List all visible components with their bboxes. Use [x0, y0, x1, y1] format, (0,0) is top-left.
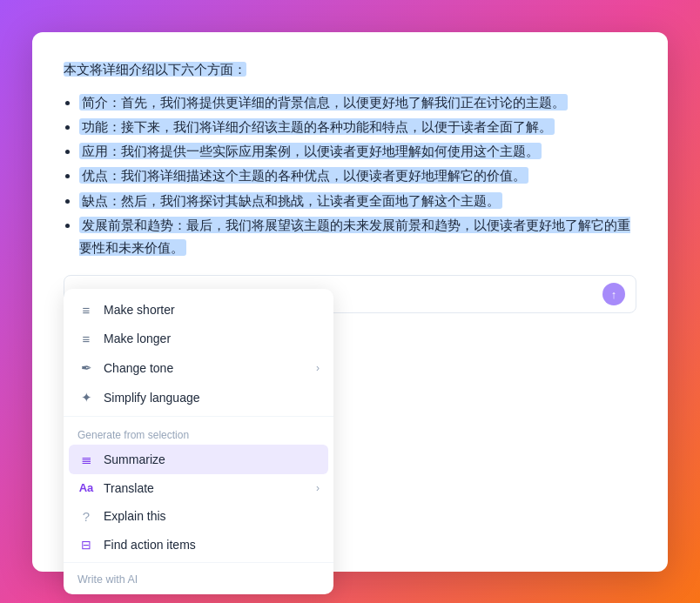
summarize-icon: ≣ — [77, 452, 95, 467]
action-items-icon: ⊟ — [77, 538, 95, 552]
menu-item-find-action-items[interactable]: ⊟ Find action items — [64, 531, 333, 559]
menu-footer-label: Write with AI — [64, 566, 333, 587]
menu-label-find-action: Find action items — [104, 538, 196, 552]
menu-label-summarize: Summarize — [104, 452, 165, 466]
ai-send-button[interactable]: ↑ — [602, 283, 625, 305]
context-menu: ≡ Make shorter ≡ Make longer ✒ Change to… — [64, 289, 333, 594]
simplify-icon: ✦ — [77, 390, 95, 405]
tone-icon: ✒ — [77, 360, 95, 376]
menu-item-summarize[interactable]: ≣ Summarize — [69, 445, 328, 474]
menu-label-translate: Translate — [104, 481, 154, 495]
bullet-item-2: 应用：我们将提供一些实际应用案例，以便读者更好地理解如何使用这个主题。 — [79, 140, 636, 163]
bullet-item-5: 发展前景和趋势：最后，我们将展望该主题的未来发展前景和趋势，以便读者更好地了解它… — [79, 214, 636, 260]
menu-item-translate[interactable]: Aa Translate › — [64, 474, 333, 502]
heading-line: 本文将详细介绍以下六个方面： — [64, 57, 636, 83]
menu-item-change-tone[interactable]: ✒ Change tone › — [64, 353, 333, 383]
bullet-item-4: 缺点：然后，我们将探讨其缺点和挑战，让读者更全面地了解这个主题。 — [79, 190, 636, 212]
send-icon: ↑ — [611, 288, 617, 301]
bullet-item-0: 简介：首先，我们将提供更详细的背景信息，以便更好地了解我们正在讨论的主题。 — [79, 91, 636, 114]
editor-container: 本文将详细介绍以下六个方面： 简介：首先，我们将提供更详细的背景信息，以便更好地… — [32, 32, 668, 572]
explain-icon: ? — [77, 509, 95, 524]
menu-item-explain-this[interactable]: ? Explain this — [64, 502, 333, 531]
content-area: 本文将详细介绍以下六个方面： 简介：首先，我们将提供更详细的背景信息，以便更好地… — [64, 57, 636, 260]
menu-label-make-shorter: Make shorter — [104, 303, 175, 317]
menu-label-make-longer: Make longer — [104, 332, 171, 345]
menu-item-make-shorter[interactable]: ≡ Make shorter — [64, 296, 333, 325]
shorter-icon: ≡ — [77, 303, 95, 318]
bullet-item-3: 优点：我们将详细描述这个主题的各种优点，以便读者更好地理解它的价值。 — [79, 164, 636, 187]
menu-divider — [64, 416, 333, 417]
bullet-list: 简介：首先，我们将提供更详细的背景信息，以便更好地了解我们正在讨论的主题。功能：… — [79, 91, 636, 260]
translate-icon: Aa — [77, 481, 95, 494]
menu-label-simplify: Simplify language — [104, 391, 200, 405]
generate-section-label: Generate from selection — [64, 420, 333, 445]
menu-label-explain: Explain this — [104, 509, 166, 523]
bullet-item-1: 功能：接下来，我们将详细介绍该主题的各种功能和特点，以便于读者全面了解。 — [79, 116, 636, 138]
chevron-right-icon: › — [316, 362, 320, 374]
menu-label-change-tone: Change tone — [104, 361, 173, 375]
chevron-right-translate-icon: › — [316, 482, 320, 494]
menu-divider-bottom — [64, 562, 333, 563]
menu-item-simplify-language[interactable]: ✦ Simplify language — [64, 383, 333, 412]
longer-icon: ≡ — [77, 332, 95, 346]
menu-item-make-longer[interactable]: ≡ Make longer — [64, 325, 333, 353]
